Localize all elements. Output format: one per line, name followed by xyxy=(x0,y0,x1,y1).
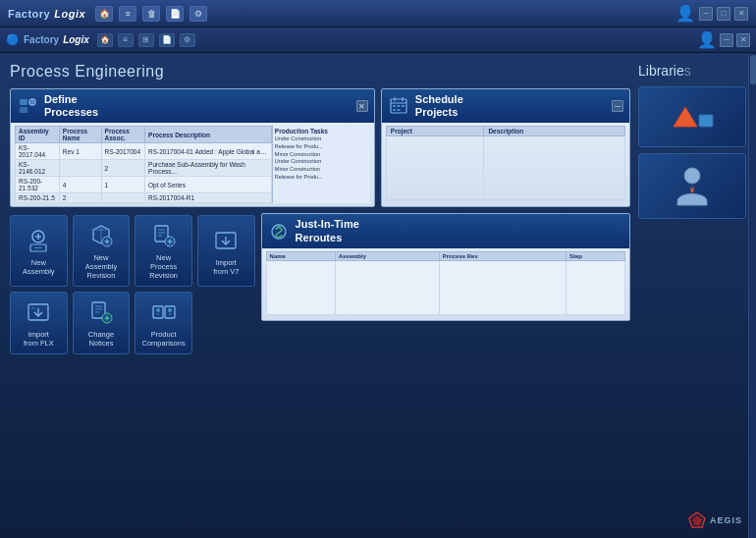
change-notices-label: ChangeNotices xyxy=(88,330,114,348)
define-card-body: Assembly ID Process Name Process Assoc. … xyxy=(11,123,374,206)
cell: RS-2017004-01 Added : Apple Global activ… xyxy=(145,143,272,160)
svg-rect-10 xyxy=(397,105,400,107)
settings-icon[interactable]: ⚙ xyxy=(189,6,207,22)
cell xyxy=(59,160,101,177)
app-logo: FactoryLogix xyxy=(8,8,85,20)
schedule-card-body: Project Description xyxy=(382,123,629,203)
cell xyxy=(386,136,484,200)
import-from-flx-label: Importfrom FLX xyxy=(24,330,54,348)
main-window: FactoryLogix 🏠 ≡ 🗑 📄 ⚙ 👤 ─ □ ✕ 🔵 Factory… xyxy=(0,0,756,538)
empty-row xyxy=(266,260,624,314)
user-icon[interactable]: 👤 xyxy=(675,4,695,23)
cell: 4 xyxy=(59,177,101,193)
col-process-desc: Process Description xyxy=(145,127,272,143)
cell xyxy=(266,260,335,314)
home-icon[interactable]: 🏠 xyxy=(95,6,113,22)
aegis-icon xyxy=(687,511,707,530)
change-notices-button[interactable]: ChangeNotices xyxy=(73,292,131,354)
svg-rect-9 xyxy=(393,105,396,107)
new-assembly-label: NewAssembly xyxy=(23,258,55,276)
inner-logo-flag: 🔵 xyxy=(6,33,20,46)
inner-doc-icon[interactable]: 📄 xyxy=(159,33,175,47)
cell xyxy=(335,260,439,314)
cell: KS-2017.044 xyxy=(16,143,60,160)
workers-library-button[interactable] xyxy=(638,153,746,219)
col-assembly: Assembly xyxy=(335,251,439,260)
inner-minimize-button[interactable]: ─ xyxy=(720,33,733,47)
product-comparisons-label: ProductComparisons xyxy=(142,330,186,348)
new-process-revision-button[interactable]: NewProcess Revision xyxy=(135,215,192,287)
col-process-assoc: Process Assoc. xyxy=(101,127,145,143)
change-notices-icon xyxy=(87,298,115,326)
svg-point-44 xyxy=(168,308,172,312)
actions-area: NewAssembly xyxy=(10,213,255,354)
new-assembly-revision-button[interactable]: NewAssembly Revision xyxy=(73,215,131,287)
svg-rect-12 xyxy=(393,109,396,111)
inner-home-icon[interactable]: 🏠 xyxy=(97,33,113,47)
cell: 2 xyxy=(59,193,101,203)
table-row[interactable]: RS-200-21.5 2 RS-2017004-R1 xyxy=(16,193,272,203)
import-from-flx-button[interactable]: Importfrom FLX xyxy=(10,292,68,354)
import-from-flx-icon xyxy=(25,298,52,326)
new-assembly-button[interactable]: NewAssembly xyxy=(10,215,68,287)
window-controls: 👤 ─ □ ✕ xyxy=(675,4,748,23)
jit-card-title: Just-In-Time Reroutes xyxy=(296,218,359,243)
doc-icon[interactable]: 📄 xyxy=(166,6,184,22)
define-card-close[interactable]: ✕ xyxy=(356,100,368,112)
delete-icon[interactable]: 🗑 xyxy=(142,6,160,22)
define-card-header: Define Processes ✕ xyxy=(11,89,374,123)
svg-point-43 xyxy=(156,308,160,312)
svg-rect-11 xyxy=(402,105,405,107)
import-from-v7-icon xyxy=(212,227,240,254)
svg-point-53 xyxy=(684,168,700,184)
define-icon xyxy=(17,95,38,117)
svg-point-49 xyxy=(277,236,279,238)
inner-settings-icon[interactable]: ⚙ xyxy=(180,33,195,47)
svg-rect-0 xyxy=(20,99,27,105)
cell xyxy=(439,260,566,314)
svg-rect-1 xyxy=(20,107,27,113)
inner-user-icon[interactable]: 👤 xyxy=(697,30,717,49)
list-icon[interactable]: ≡ xyxy=(119,6,136,22)
product-comparisons-button[interactable]: ProductComparisons xyxy=(135,292,192,354)
inner-bar-icons: 🏠 ≡ ⊞ 📄 ⚙ xyxy=(97,33,195,47)
col-description: Description xyxy=(484,127,625,136)
schedule-card-header: Schedule Projects ─ xyxy=(382,89,629,123)
cell xyxy=(101,193,145,203)
svg-point-48 xyxy=(277,224,279,226)
table-row[interactable]: RS-200-21.532 4 1 Opt of Series xyxy=(16,177,272,193)
cell: 2 xyxy=(101,160,145,177)
inner-table-icon[interactable]: ⊞ xyxy=(138,33,154,47)
schedule-card-title: Schedule Projects xyxy=(415,93,463,119)
scroll-thumb[interactable] xyxy=(750,55,756,84)
svg-marker-54 xyxy=(690,186,694,193)
define-table-area: Assembly ID Process Name Process Assoc. … xyxy=(15,126,272,203)
maximize-button[interactable]: □ xyxy=(717,7,730,21)
new-assembly-revision-icon xyxy=(87,222,115,249)
parts-library-button[interactable] xyxy=(638,86,746,147)
inner-list-icon[interactable]: ≡ xyxy=(118,33,134,47)
import-from-v7-button[interactable]: Importfrom V7 xyxy=(197,215,255,287)
schedule-card-minimize[interactable]: ─ xyxy=(612,100,623,112)
col-project: Project xyxy=(386,127,484,136)
minimize-button[interactable]: ─ xyxy=(699,7,713,21)
cell: KS-2146.012 xyxy=(16,160,60,177)
table-row[interactable]: KS-2017.044 Rev 1 RS-2017004 RS-2017004-… xyxy=(16,143,272,160)
jit-reroutes-card: Just-In-Time Reroutes Name Assembly Proc… xyxy=(261,213,630,321)
inner-close-button[interactable]: ✕ xyxy=(736,33,750,47)
left-panel: Process Engineering xyxy=(10,63,630,528)
aegis-logo: AEGIS xyxy=(687,511,742,530)
right-panel: Libraries xyxy=(638,63,746,528)
cell: RS-200-21.5 xyxy=(16,193,60,203)
libraries-title: Libraries xyxy=(638,63,746,79)
scrollbar[interactable] xyxy=(748,53,756,538)
inner-logo-logix: Logix xyxy=(63,34,89,45)
new-assembly-icon xyxy=(25,227,52,254)
cell: RS-2017004 xyxy=(101,143,145,160)
logo-logix: Logix xyxy=(54,8,85,20)
side-info-title: Production Tasks xyxy=(275,128,368,134)
table-row[interactable]: KS-2146.012 2 Purchase Sub-Assembly for … xyxy=(16,160,272,177)
cell xyxy=(484,136,625,200)
bottom-row: NewAssembly xyxy=(10,213,630,354)
close-button[interactable]: ✕ xyxy=(734,7,748,21)
